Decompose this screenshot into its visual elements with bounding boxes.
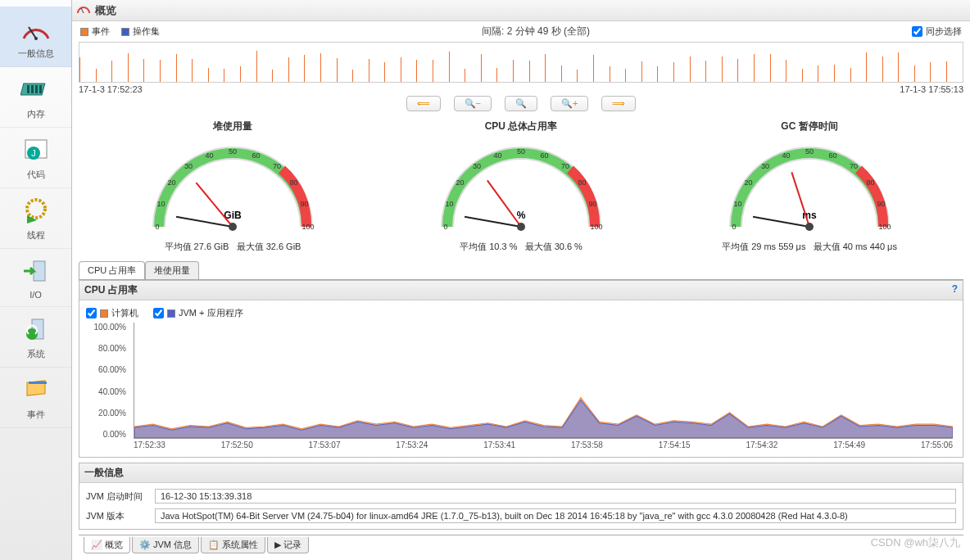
timeline-end: 17-1-3 17:55:13 — [900, 84, 963, 94]
bottom-tab[interactable]: 📋 系统属性 — [201, 537, 265, 553]
gauge-icon — [19, 13, 53, 44]
chart-legend: 计算机 JVM + 应用程序 — [86, 304, 956, 323]
sidebar-item-label: 事件 — [27, 409, 45, 421]
svg-text:80: 80 — [578, 178, 586, 187]
svg-line-45 — [487, 180, 521, 227]
time-labels: 17-1-3 17:52:23 17-1-3 17:55:13 — [72, 83, 970, 94]
nav-forward-button[interactable]: ⟹ — [601, 96, 636, 111]
sidebar-item-code[interactable]: J 代码 — [0, 128, 71, 188]
svg-point-1 — [34, 37, 38, 40]
zoom-in-button[interactable]: 🔍+ — [551, 96, 588, 111]
svg-text:50: 50 — [517, 147, 525, 156]
svg-text:90: 90 — [877, 200, 885, 208]
svg-rect-3 — [27, 85, 29, 93]
zoom-out-button[interactable]: 🔍− — [454, 96, 492, 111]
bottom-tab[interactable]: ⚙️ JVM 信息 — [132, 537, 199, 553]
svg-text:30: 30 — [473, 162, 481, 170]
svg-text:40: 40 — [494, 151, 502, 160]
sidebar-item-events[interactable]: 事件 — [0, 368, 71, 428]
svg-text:60: 60 — [252, 151, 260, 160]
svg-line-61 — [753, 217, 809, 227]
tab[interactable]: CPU 占用率 — [79, 261, 145, 279]
svg-rect-6 — [39, 85, 42, 93]
svg-text:0: 0 — [443, 223, 447, 231]
sync-checkbox[interactable] — [912, 26, 922, 37]
legend-row: 事件 操作集 间隔: 2 分钟 49 秒 (全部) 同步选择 — [72, 21, 970, 42]
sidebar-item-label: 系统 — [27, 348, 45, 360]
watermark: CSDN @wh柒八九 — [871, 535, 960, 550]
sidebar-item-label: 线程 — [27, 229, 45, 242]
sidebar-item-label: 内存 — [27, 108, 45, 120]
svg-point-32 — [229, 223, 237, 231]
sidebar-item-threads[interactable]: 线程 — [0, 188, 71, 249]
svg-text:40: 40 — [206, 151, 214, 160]
sidebar-item-memory[interactable]: 内存 — [0, 67, 71, 128]
sidebar: 一般信息 内存 J 代码 线程 I/O 系统 事件 — [0, 0, 72, 560]
chart-tabs: CPU 占用率堆使用量 — [79, 261, 963, 280]
svg-text:80: 80 — [289, 178, 297, 187]
svg-text:20: 20 — [456, 178, 465, 187]
svg-point-10 — [27, 200, 45, 218]
svg-text:60: 60 — [828, 151, 836, 160]
svg-rect-16 — [29, 382, 47, 384]
sidebar-item-general[interactable]: 一般信息 — [0, 7, 71, 67]
svg-text:10: 10 — [733, 200, 741, 208]
x-axis: 17:52:3317:52:5017:53:0717:53:2417:53:41… — [134, 440, 953, 454]
svg-point-47 — [517, 223, 525, 231]
page-title: 概览 — [95, 3, 116, 18]
svg-text:10: 10 — [156, 200, 165, 208]
svg-text:70: 70 — [561, 162, 569, 170]
events-icon — [19, 374, 53, 405]
bottom-tab[interactable]: 📈 概览 — [84, 537, 130, 553]
info-row: JVM 版本Java HotSpot(TM) 64-Bit Server VM … — [86, 506, 956, 526]
svg-text:100: 100 — [878, 223, 891, 231]
sync-select[interactable]: 同步选择 — [912, 25, 962, 38]
bottom-tab[interactable]: ▶ 记录 — [267, 537, 309, 553]
general-info-panel: 一般信息 JVM 启动时间16-12-30 15:13:39.318JVM 版本… — [79, 463, 963, 530]
timeline-ticks — [79, 43, 963, 82]
svg-text:20: 20 — [745, 178, 753, 187]
jvm-checkbox[interactable] — [153, 308, 164, 318]
svg-point-62 — [805, 223, 814, 231]
cpu-chart-panel: CPU 占用率 ? 计算机 JVM + 应用程序 100.00%80.00%60… — [79, 280, 963, 458]
svg-line-46 — [465, 217, 521, 227]
info-row: JVM 启动时间16-12-30 15:13:39.318 — [86, 486, 956, 506]
svg-text:0: 0 — [155, 223, 159, 231]
titlebar: 概览 — [72, 0, 970, 21]
timeline-start: 17-1-3 17:52:23 — [79, 84, 143, 94]
general-info-title-bar: 一般信息 — [79, 463, 963, 483]
svg-text:20: 20 — [168, 178, 176, 187]
svg-line-17 — [81, 8, 84, 13]
interval-label: 间隔: 2 分钟 49 秒 (全部) — [171, 25, 900, 38]
timeline[interactable] — [79, 42, 963, 83]
svg-text:90: 90 — [588, 200, 596, 208]
svg-text:J: J — [31, 148, 36, 158]
gauge: 堆使用量 0102030405060708090100 GiB 平均值 27.6… — [118, 120, 347, 253]
svg-text:0: 0 — [732, 223, 736, 231]
gauges-row: 堆使用量 0102030405060708090100 GiB 平均值 27.6… — [72, 116, 970, 258]
zoom-reset-button[interactable]: 🔍 — [505, 96, 537, 111]
bottom-tabs: 📈 概览⚙️ JVM 信息📋 系统属性▶ 记录 — [79, 535, 963, 555]
tab[interactable]: 堆使用量 — [145, 261, 199, 279]
svg-text:%: % — [517, 210, 526, 221]
svg-text:30: 30 — [761, 162, 769, 170]
computer-checkbox[interactable] — [86, 308, 97, 318]
sidebar-item-io[interactable]: I/O — [0, 249, 71, 307]
svg-line-60 — [791, 172, 809, 227]
io-icon — [19, 255, 53, 287]
svg-text:50: 50 — [805, 147, 814, 156]
general-info-title: 一般信息 — [84, 466, 124, 480]
sidebar-item-system[interactable]: 系统 — [0, 307, 71, 368]
cpu-panel-title: CPU 占用率 — [84, 283, 138, 297]
svg-text:100: 100 — [301, 223, 314, 231]
svg-text:60: 60 — [540, 151, 548, 160]
y-axis: 100.00%80.00%60.00%40.00%20.00%0.00% — [86, 323, 131, 439]
legend-computer[interactable]: 计算机 — [86, 307, 138, 319]
help-icon[interactable]: ? — [952, 283, 958, 297]
svg-rect-4 — [31, 85, 34, 93]
sidebar-item-label: I/O — [29, 290, 42, 300]
chart-area: 100.00%80.00%60.00%40.00%20.00%0.00% 17:… — [86, 323, 956, 454]
nav-back-button[interactable]: ⟸ — [406, 96, 441, 111]
legend-jvm[interactable]: JVM + 应用程序 — [153, 307, 243, 319]
main-panel: 概览 事件 操作集 间隔: 2 分钟 49 秒 (全部) 同步选择 17-1-3… — [72, 0, 970, 560]
